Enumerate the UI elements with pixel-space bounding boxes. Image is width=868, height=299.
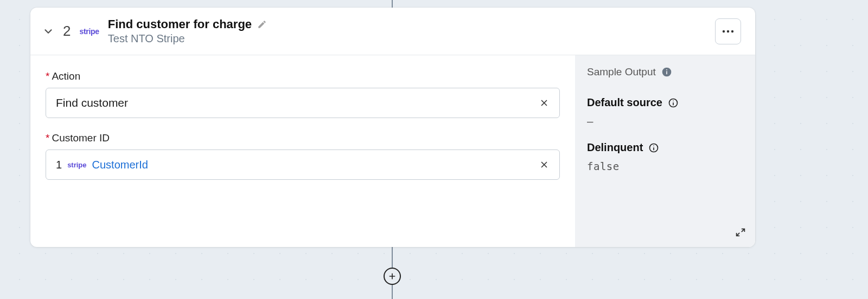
info-icon[interactable]	[661, 67, 672, 77]
customer-id-field-group: *Customer ID 1 stripe CustomerId	[46, 132, 560, 180]
step-title-block: Find customer for charge Test NTO Stripe	[108, 17, 267, 45]
step-card-header: 2 stripe Find customer for charge Test N…	[30, 8, 755, 55]
sample-output-title: Sample Output	[587, 66, 656, 78]
customer-id-clear-button[interactable]	[537, 157, 552, 172]
sample-default-source: Default source –	[587, 96, 743, 127]
step-card: 2 stripe Find customer for charge Test N…	[30, 8, 755, 247]
svg-point-8	[673, 100, 674, 101]
step-card-body: *Action Find customer *Customer ID 1 str…	[30, 55, 755, 247]
step-number: 2	[63, 23, 71, 40]
svg-point-2	[731, 30, 733, 32]
expand-panel-button[interactable]	[735, 226, 748, 239]
svg-point-0	[723, 30, 725, 32]
add-node-button[interactable]	[384, 268, 401, 285]
svg-point-11	[654, 145, 655, 146]
svg-rect-4	[666, 71, 667, 74]
sample-default-source-label: Default source	[587, 96, 662, 109]
step-title: Find customer for charge	[108, 17, 252, 31]
customer-id-label: *Customer ID	[46, 132, 560, 144]
sample-delinquent-value: false	[587, 160, 743, 172]
customer-id-input[interactable]: 1 stripe CustomerId	[46, 150, 560, 180]
sample-output-panel: Sample Output Default source – Delinquen…	[575, 55, 755, 247]
connector-badge: stripe	[79, 27, 99, 36]
action-clear-button[interactable]	[537, 95, 552, 110]
action-input[interactable]: Find customer	[46, 88, 560, 118]
svg-rect-5	[666, 69, 667, 70]
collapse-toggle[interactable]	[42, 25, 54, 37]
reference-connector: stripe	[67, 161, 86, 169]
reference-step-number: 1	[56, 159, 62, 171]
sample-delinquent-label: Delinquent	[587, 141, 643, 154]
svg-point-1	[727, 30, 729, 32]
action-label-text: Action	[52, 70, 80, 82]
action-label: *Action	[46, 70, 560, 82]
sample-default-source-value: –	[587, 115, 743, 127]
step-subtitle: Test NTO Stripe	[108, 32, 267, 45]
reference-field-name: CustomerId	[92, 159, 148, 171]
required-indicator: *	[46, 70, 49, 82]
sample-delinquent: Delinquent false	[587, 141, 743, 172]
action-field-group: *Action Find customer	[46, 70, 560, 118]
edit-title-button[interactable]	[257, 20, 267, 29]
customer-id-label-text: Customer ID	[52, 132, 110, 144]
sample-output-title-row: Sample Output	[587, 66, 743, 78]
required-indicator: *	[46, 132, 49, 144]
action-value: Find customer	[56, 96, 530, 109]
info-icon[interactable]	[668, 98, 679, 108]
more-actions-button[interactable]	[715, 18, 741, 44]
form-area: *Action Find customer *Customer ID 1 str…	[30, 55, 575, 247]
customer-id-reference-pill[interactable]: 1 stripe CustomerId	[56, 159, 148, 171]
info-icon[interactable]	[648, 142, 659, 153]
